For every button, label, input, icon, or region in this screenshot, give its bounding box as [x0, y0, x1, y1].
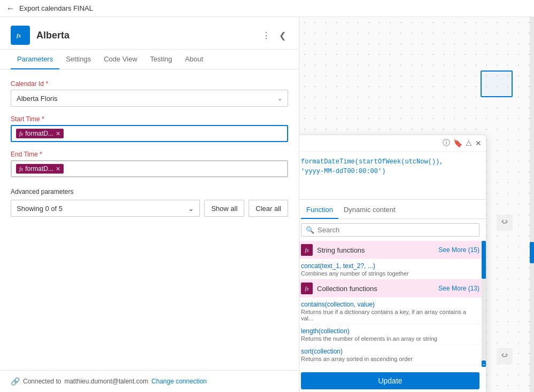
- main-tabs: Parameters Settings Code View Testing Ab…: [0, 50, 299, 69]
- collapse-button[interactable]: ❮: [277, 28, 288, 43]
- showing-chevron-icon: ⌄: [188, 205, 194, 213]
- link-icon-1: [497, 215, 513, 231]
- string-section-name: String functions: [317, 246, 438, 254]
- show-all-button[interactable]: Show all: [204, 200, 244, 217]
- calendar-id-label: Calendar Id *: [11, 80, 288, 88]
- length-item[interactable]: length(collection) Returns the number of…: [299, 324, 486, 344]
- close-icon[interactable]: ✕: [475, 139, 482, 147]
- collection-fx-icon: fx: [301, 283, 313, 294]
- sort-desc: Returns an array sorted in ascending ord…: [301, 356, 479, 362]
- sort-name[interactable]: sort(collection): [301, 348, 479, 355]
- calendar-id-value: Alberta Floris: [17, 95, 58, 103]
- length-name[interactable]: length(collection): [301, 327, 479, 335]
- top-bar: ← Export calendars FINAL: [0, 0, 534, 17]
- showing-select[interactable]: Showing 0 of 5 ⌄: [11, 200, 200, 217]
- contains-desc: Returns true if a dictionary contains a …: [301, 309, 479, 322]
- tab-about[interactable]: About: [179, 50, 210, 69]
- search-input[interactable]: [318, 226, 475, 234]
- start-time-tag-close[interactable]: ✕: [56, 130, 60, 137]
- concat-name[interactable]: concat(text_1, text_2?, ...): [301, 262, 479, 270]
- tab-settings[interactable]: Settings: [59, 50, 97, 69]
- fn-scrollbar[interactable]: ⌄: [482, 241, 486, 367]
- function-list-wrapper: fx String functions See More (15) concat…: [299, 241, 486, 367]
- clear-all-button[interactable]: Clear all: [249, 200, 288, 217]
- string-functions-header: fx String functions See More (15): [299, 241, 486, 259]
- tab-codeview[interactable]: Code View: [97, 50, 144, 69]
- expand-icon[interactable]: ⧊: [466, 139, 472, 148]
- app-header-actions: ⋮ ❮: [260, 28, 288, 43]
- update-button[interactable]: Update: [301, 372, 479, 389]
- function-list: fx String functions See More (15) concat…: [299, 241, 486, 367]
- blue-box-indicator: [481, 70, 513, 97]
- window-title: Export calendars FINAL: [19, 4, 93, 12]
- start-time-label: Start Time *: [11, 115, 288, 123]
- left-panel: fx Alberta ⋮ ❮ Parameters Settings Code …: [0, 17, 299, 392]
- back-button[interactable]: ←: [6, 4, 15, 13]
- fx-icon: fx: [19, 131, 23, 137]
- app-icon: fx: [11, 26, 30, 45]
- form-area: Calendar Id * Alberta Floris ⌄ Start Tim…: [0, 69, 299, 370]
- calendar-id-select[interactable]: Alberta Floris ⌄: [11, 90, 288, 107]
- end-time-group: End Time * fx formatD... ✕: [11, 151, 288, 177]
- showing-text: Showing 0 of 5: [17, 205, 63, 213]
- popup-header: ⓘ 🔖 ⧊ ✕: [299, 135, 486, 152]
- string-see-more[interactable]: See More (15): [438, 246, 479, 254]
- advanced-label: Advanced parameters: [11, 188, 288, 195]
- popup-tab-function[interactable]: Function: [301, 201, 338, 219]
- popup-tab-dynamic[interactable]: Dynamic content: [338, 201, 401, 219]
- chevron-down-icon: ⌄: [277, 95, 282, 102]
- advanced-section: Advanced parameters Showing 0 of 5 ⌄ Sho…: [11, 188, 288, 217]
- info-icon[interactable]: ⓘ: [443, 138, 450, 148]
- tab-parameters[interactable]: Parameters: [11, 50, 59, 69]
- right-panel: ⓘ 🔖 ⧊ ✕ formatDateTime(startOfWeek(utcNo…: [299, 17, 534, 392]
- connection-email: matthieu.dumont@talent.com: [64, 378, 148, 385]
- formula-textarea[interactable]: formatDateTime(startOfWeek(utcNow()), 'y…: [299, 152, 486, 200]
- contains-name[interactable]: contains(collection, value): [301, 301, 479, 308]
- right-scrollbar[interactable]: [530, 17, 534, 392]
- fn-scrollbar-thumb: [482, 241, 486, 279]
- end-time-label: End Time *: [11, 151, 288, 158]
- search-icon: 🔍: [306, 226, 314, 234]
- concat-item[interactable]: concat(text_1, text_2?, ...) Combines an…: [299, 259, 486, 279]
- right-scrollbar-thumb: [530, 242, 534, 263]
- bookmark-icon[interactable]: 🔖: [453, 139, 462, 147]
- contains-item[interactable]: contains(collection, value) Returns true…: [299, 297, 486, 324]
- start-time-group: Start Time * fx formatD... ✕: [11, 115, 288, 142]
- svg-text:fx: fx: [17, 33, 21, 38]
- advanced-controls: Showing 0 of 5 ⌄ Show all Clear all: [11, 200, 288, 217]
- start-time-tag: fx formatD... ✕: [16, 129, 64, 138]
- sort-item[interactable]: sort(collection) Returns an array sorted…: [299, 344, 486, 365]
- fn-scrollbar-down[interactable]: ⌄: [482, 360, 486, 367]
- end-time-input[interactable]: fx formatD... ✕: [11, 160, 288, 177]
- length-desc: Returns the number of elements in an arr…: [301, 335, 479, 342]
- connection-prefix: Connected to: [23, 378, 61, 385]
- collection-section-name: Collection functions: [317, 285, 438, 293]
- app-name: Alberta: [36, 30, 260, 41]
- end-time-tag: fx formatD... ✕: [16, 164, 64, 174]
- more-options-button[interactable]: ⋮: [260, 28, 273, 43]
- calendar-id-group: Calendar Id * Alberta Floris ⌄: [11, 80, 288, 107]
- string-fx-icon: fx: [301, 244, 313, 256]
- end-time-tag-close[interactable]: ✕: [56, 166, 60, 173]
- expression-editor-popup: ⓘ 🔖 ⧊ ✕ formatDateTime(startOfWeek(utcNo…: [299, 135, 486, 392]
- app-header: fx Alberta ⋮ ❮: [0, 17, 299, 50]
- link-icon-2: [497, 348, 513, 364]
- collection-functions-header: fx Collection functions See More (13): [299, 279, 486, 297]
- concat-desc: Combines any number of strings together: [301, 270, 479, 277]
- start-time-input[interactable]: fx formatD... ✕: [11, 125, 288, 142]
- fx-icon-2: fx: [19, 166, 23, 172]
- collection-see-more[interactable]: See More (13): [438, 285, 479, 292]
- tab-testing[interactable]: Testing: [144, 50, 179, 69]
- popup-tabs: Function Dynamic content: [299, 201, 486, 219]
- change-connection-link[interactable]: Change connection: [151, 378, 206, 385]
- connection-icon: 🔗: [11, 377, 20, 386]
- popup-search-box[interactable]: 🔍: [301, 223, 479, 237]
- connection-bar: 🔗 Connected to matthieu.dumont@talent.co…: [0, 370, 299, 392]
